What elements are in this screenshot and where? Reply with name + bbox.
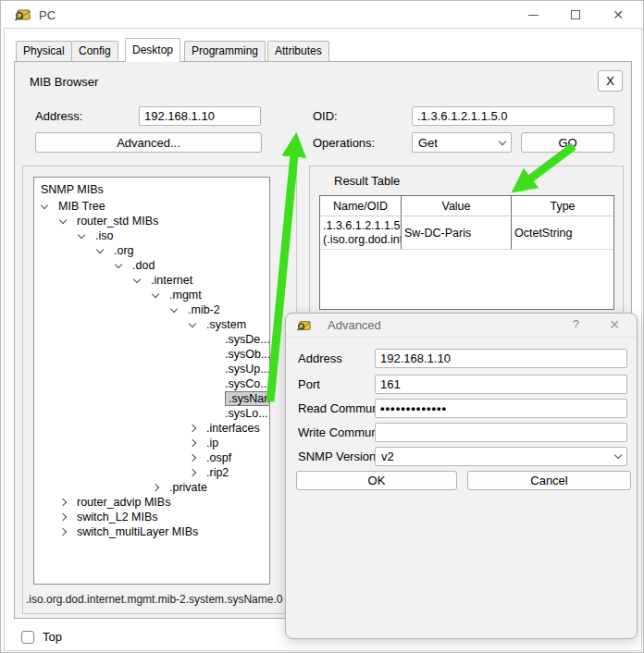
dialog-port-label: Port — [298, 375, 320, 394]
chevron-down-icon[interactable] — [152, 290, 159, 297]
dialog-address-label: Address — [298, 349, 342, 368]
result-table-row[interactable]: .1.3.6.1.2.1.1.5.0 (.iso.org.dod.interne… — [320, 216, 613, 250]
go-button[interactable]: GO — [521, 132, 614, 153]
tree-item-label: router_std MIBs — [77, 215, 158, 228]
tree-item-switch-l2-mibs[interactable]: switch_L2 MIBs — [34, 510, 269, 524]
tree-item-ip[interactable]: .ip — [34, 436, 269, 450]
chevron-down-icon — [614, 451, 622, 459]
chevron-down-icon[interactable] — [41, 201, 48, 208]
chevron-right-icon[interactable] — [189, 469, 196, 476]
tree-item-router-std-mibs[interactable]: router_std MIBs — [34, 214, 269, 228]
tree-item-label: .interfaces — [206, 422, 260, 435]
tree-item-mib-2[interactable]: .mib-2 — [34, 302, 269, 317]
dialog-close-button[interactable]: ✕ — [609, 317, 620, 332]
tree-item-iso[interactable]: .iso — [34, 228, 269, 243]
dialog-write-community-input[interactable] — [375, 423, 627, 442]
screenshot-root: { "window": { "title": "PC" }, "tabs": [… — [0, 0, 644, 653]
tree-item-sysname[interactable]: .sysName — [34, 391, 269, 406]
dialog-snmp-version-label: SNMP Version — [298, 447, 376, 466]
tree-item-label: switch_L2 MIBs — [77, 511, 158, 524]
result-table-title: Result Table — [334, 174, 400, 188]
pc-window: PC ✕ Physical Config Desktop Programming… — [0, 0, 644, 653]
snmp-tree-panel: SNMP MIBs MIB Treerouter_std MIBs.iso.or… — [33, 177, 270, 585]
chevron-down-icon[interactable] — [133, 275, 141, 282]
tree-item-org[interactable]: .org — [34, 243, 269, 258]
tab-programming[interactable]: Programming — [184, 41, 266, 62]
tree-item-label: .rip2 — [206, 466, 229, 479]
tree-item-label: .sysCo... — [225, 377, 270, 390]
tree-item-sysde[interactable]: .sysDe... — [34, 332, 269, 347]
top-checkbox-label: Top — [43, 630, 62, 644]
dialog-port-input[interactable] — [375, 375, 627, 394]
chevron-down-icon[interactable] — [78, 230, 85, 238]
tree-item-dod[interactable]: .dod — [34, 258, 269, 273]
title-bar: PC ✕ — [1, 1, 643, 29]
tree-item-sysup[interactable]: .sysUp... — [34, 362, 269, 376]
chevron-right-icon[interactable] — [59, 513, 67, 521]
maximize-button[interactable] — [554, 1, 597, 29]
chevron-right-icon[interactable] — [189, 439, 196, 447]
chevron-down-icon[interactable] — [170, 304, 178, 312]
dialog-help-button[interactable]: ? — [573, 317, 579, 331]
snmp-version-value: v2 — [381, 450, 615, 463]
tree-item-syslo[interactable]: .sysLo... — [34, 406, 269, 421]
tree-item-sysob[interactable]: .sysOb... — [34, 347, 269, 362]
tree-item-label: .internet — [151, 274, 192, 287]
top-checkbox[interactable] — [21, 631, 34, 644]
close-button[interactable]: ✕ — [597, 1, 639, 29]
tree-item-switch-multilayer-mibs[interactable]: switch_multiLayer MIBs — [34, 524, 269, 539]
chevron-right-icon[interactable] — [59, 499, 67, 506]
result-cell-value: Sw-DC-Paris — [402, 216, 512, 250]
ok-button[interactable]: OK — [296, 471, 457, 490]
chevron-right-icon[interactable] — [152, 484, 159, 491]
cancel-button[interactable]: Cancel — [467, 471, 631, 490]
dialog-read-community-input[interactable] — [375, 399, 627, 418]
tree-item-interfaces[interactable]: .interfaces — [34, 421, 269, 436]
tree-item-private[interactable]: .private — [34, 480, 269, 495]
snmp-version-select[interactable]: v2 — [375, 447, 627, 466]
operations-select[interactable]: Get — [412, 132, 512, 153]
column-header-type[interactable]: Type — [512, 196, 613, 216]
chevron-right-icon[interactable] — [59, 528, 67, 536]
minimize-icon — [528, 15, 539, 16]
dialog-address-input[interactable] — [375, 349, 627, 368]
minimize-button[interactable] — [512, 1, 554, 29]
chevron-right-icon[interactable] — [189, 454, 196, 462]
tree-item-mib-tree[interactable]: MIB Tree — [34, 199, 269, 214]
tree-item-sysco[interactable]: .sysCo... — [34, 376, 269, 391]
tree-item-system[interactable]: .system — [34, 317, 269, 332]
tree-rows: MIB Treerouter_std MIBs.iso.org.dod.inte… — [34, 199, 269, 539]
window-controls: ✕ — [512, 1, 639, 29]
column-header-name-oid[interactable]: Name/OID — [320, 196, 402, 216]
address-input[interactable] — [139, 106, 261, 126]
tree-item-label: .ip — [206, 437, 218, 450]
tree-item-label: router_advip MIBs — [77, 496, 170, 509]
tree-item-rip2[interactable]: .rip2 — [34, 465, 269, 480]
mib-browser-close-button[interactable]: X — [598, 70, 623, 92]
chevron-down-icon[interactable] — [115, 260, 122, 267]
chevron-down-icon[interactable] — [189, 319, 196, 326]
tab-attributes[interactable]: Attributes — [267, 41, 329, 62]
chevron-down-icon[interactable] — [96, 245, 104, 253]
tree-item-label: .sysDe... — [225, 333, 270, 346]
maximize-icon — [571, 10, 580, 19]
tree-item-label: .mib-2 — [188, 303, 220, 316]
tree-item-internet[interactable]: .internet — [34, 273, 269, 288]
tree-item-ospf[interactable]: .ospf — [34, 450, 269, 465]
window-title: PC — [39, 8, 56, 22]
packet-tracer-icon — [15, 7, 31, 22]
result-cell-type: OctetString — [512, 216, 613, 250]
tab-desktop[interactable]: Desktop — [125, 38, 180, 62]
result-oid-line2: (.iso.org.dod.interne... — [323, 233, 398, 247]
chevron-down-icon[interactable] — [59, 216, 67, 223]
tree-item-label: switch_multiLayer MIBs — [77, 525, 198, 538]
operations-selected-value: Get — [418, 136, 500, 150]
tab-physical[interactable]: Physical — [16, 41, 72, 62]
oid-input[interactable] — [412, 106, 614, 126]
tab-config[interactable]: Config — [71, 41, 118, 62]
column-header-value[interactable]: Value — [402, 196, 512, 216]
advanced-button[interactable]: Advanced... — [35, 132, 262, 153]
tree-item-router-advip-mibs[interactable]: router_advip MIBs — [34, 495, 269, 510]
tree-item-mgmt[interactable]: .mgmt — [34, 288, 269, 302]
chevron-right-icon[interactable] — [189, 425, 196, 432]
